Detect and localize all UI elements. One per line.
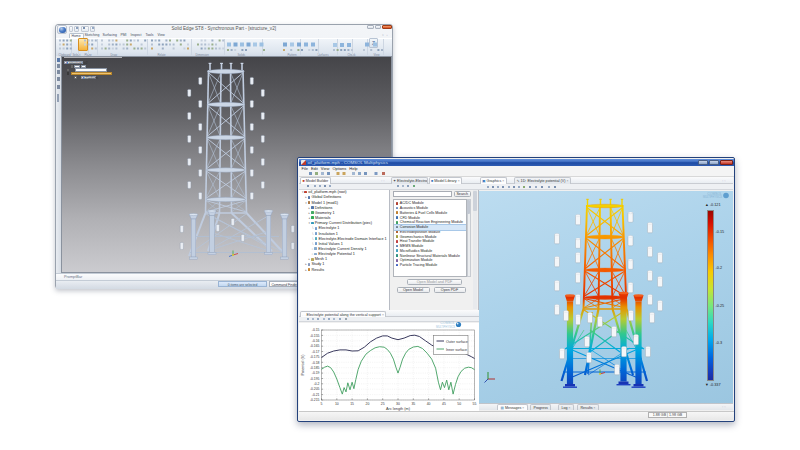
svg-text:COMSOL: COMSOL (707, 192, 722, 196)
svg-text:MULTIPHYSICS: MULTIPHYSICS (703, 195, 722, 199)
